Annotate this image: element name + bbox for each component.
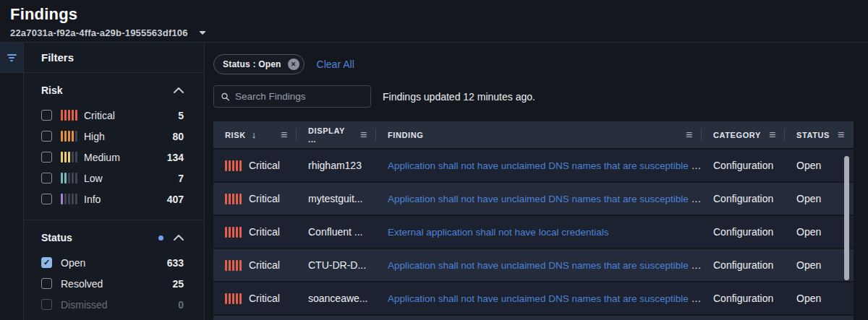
remove-chip-icon[interactable]: ✕: [288, 59, 299, 70]
risk-section: Risk Critical 5 High 80 Medium 134: [24, 73, 204, 220]
finding-link[interactable]: Application shall not have unclaimed DNS…: [388, 259, 702, 271]
risk-meter-icon: [225, 227, 242, 238]
search-box[interactable]: [213, 85, 371, 108]
search-icon: [221, 92, 229, 102]
category-cell: Configuration: [702, 160, 785, 171]
category-cell: Configuration: [702, 193, 785, 204]
updated-status-text: Findings updated 12 minutes ago.: [383, 91, 535, 103]
filter-count: 80: [172, 131, 184, 142]
filter-item-resolved[interactable]: Resolved 25: [41, 273, 184, 294]
checkbox-medium[interactable]: [41, 152, 52, 163]
risk-cell: Critical: [249, 226, 280, 238]
risk-cell: Critical: [249, 160, 280, 171]
table-row[interactable]: Critical CTU-DR-D... Application shall n…: [213, 249, 854, 281]
filters-title: Filters: [24, 43, 204, 73]
checkbox-dismissed: [41, 299, 52, 310]
chevron-up-icon[interactable]: [174, 235, 184, 241]
filter-label: Critical: [84, 110, 178, 121]
risk-meter-icon: [61, 110, 77, 121]
status-cell: Open: [785, 259, 854, 271]
status-cell: Open: [785, 293, 854, 304]
chevron-up-icon[interactable]: [174, 87, 184, 93]
finding-link[interactable]: External application shall not have loca…: [388, 227, 608, 238]
active-filters-row: Status : Open ✕ Clear All: [213, 54, 868, 74]
clear-all-link[interactable]: Clear All: [317, 59, 354, 70]
filter-item-high[interactable]: High 80: [41, 126, 184, 147]
filter-label: Resolved: [61, 278, 172, 290]
filter-label: Medium: [84, 152, 167, 163]
risk-section-label: Risk: [41, 85, 174, 96]
table-row[interactable]: Critical soanceawe... Application shall …: [213, 282, 854, 314]
column-header-category[interactable]: CATEGORY ≡: [702, 121, 785, 148]
filter-label: Low: [84, 173, 178, 184]
category-cell: Configuration: [702, 259, 785, 271]
chip-label: Status : Open: [223, 59, 281, 69]
filter-item-dismissed: Dismissed 0: [41, 294, 184, 315]
checkbox-high[interactable]: [41, 131, 52, 142]
status-cell: Open: [785, 160, 854, 171]
page-title: Findings: [10, 5, 868, 24]
table-row[interactable]: Critical rhigham123 Application shall no…: [213, 150, 854, 181]
display-name-cell: mytestguit...: [297, 193, 376, 204]
chevron-down-icon[interactable]: [199, 31, 206, 35]
status-cell: Open: [785, 226, 854, 238]
risk-meter-icon: [61, 152, 77, 163]
status-section-label: Status: [41, 232, 158, 243]
page-header: Findings 22a7031a-f92a-4ffa-a29b-1955563…: [0, 0, 868, 42]
scan-id: 22a7031a-f92a-4ffa-a29b-1955563df106: [10, 27, 188, 38]
column-menu-icon[interactable]: ≡: [686, 129, 693, 141]
category-cell: Configuration: [702, 226, 785, 238]
display-name-cell: soanceawe...: [297, 293, 376, 304]
table-row[interactable]: Critical Confluent ... External applicat…: [213, 216, 854, 248]
search-input[interactable]: [235, 91, 363, 102]
risk-cell: Critical: [249, 293, 280, 304]
status-section-header[interactable]: Status: [41, 225, 184, 252]
sort-desc-icon[interactable]: ↓: [252, 129, 257, 140]
risk-meter-icon: [61, 173, 77, 183]
risk-section-header[interactable]: Risk: [41, 77, 184, 105]
display-name-cell: rhigham123: [297, 160, 376, 171]
finding-link[interactable]: Application shall not have unclaimed DNS…: [388, 160, 702, 171]
column-header-risk[interactable]: RISK ↓ ≡: [213, 121, 297, 148]
risk-cell: Critical: [249, 259, 280, 271]
display-name-cell: Confluent ...: [297, 226, 376, 238]
column-menu-icon[interactable]: ≡: [281, 129, 288, 141]
status-section: Status Open 633 Resolved 25 Dismissed 0: [24, 220, 204, 320]
column-header-display[interactable]: DISPLAY ... ≡: [297, 121, 376, 148]
filter-item-medium[interactable]: Medium 134: [41, 147, 184, 168]
column-menu-icon[interactable]: ≡: [360, 129, 367, 141]
filter-item-low[interactable]: Low 7: [41, 168, 184, 189]
finding-link[interactable]: Application shall not have unclaimed DNS…: [388, 293, 702, 304]
filter-label: Info: [84, 194, 167, 205]
filter-item-open[interactable]: Open 633: [41, 252, 184, 273]
column-menu-icon[interactable]: ≡: [769, 129, 776, 141]
table-header-row: RISK ↓ ≡ DISPLAY ... ≡ FINDING ≡ CATEGOR…: [213, 121, 854, 148]
risk-meter-icon: [225, 194, 242, 204]
column-menu-icon[interactable]: ≡: [838, 129, 845, 141]
toggle-filters-button[interactable]: [0, 43, 23, 73]
table-row[interactable]: Critical mytestguit... Application shall…: [213, 183, 854, 215]
filter-item-critical[interactable]: Critical 5: [41, 105, 184, 126]
checkbox-low[interactable]: [41, 173, 52, 183]
scan-selector[interactable]: 22a7031a-f92a-4ffa-a29b-1955563df106: [10, 27, 868, 38]
vertical-scrollbar[interactable]: [844, 156, 849, 280]
filter-label: Open: [61, 257, 167, 269]
filters-panel: Filters Risk Critical 5 High 80: [24, 43, 205, 320]
checkbox-info[interactable]: [41, 194, 52, 204]
finding-link[interactable]: Application shall not have unclaimed DNS…: [388, 193, 702, 204]
content: Filters Risk Critical 5 High 80: [0, 42, 868, 320]
status-open-chip[interactable]: Status : Open ✕: [213, 54, 305, 74]
checkbox-resolved[interactable]: [41, 278, 52, 289]
filter-item-info[interactable]: Info 407: [41, 189, 184, 209]
main-area: Status : Open ✕ Clear All Findings updat…: [205, 43, 868, 320]
filter-count: 633: [167, 257, 184, 269]
column-header-status[interactable]: STATUS ≡: [785, 121, 854, 148]
checkbox-open[interactable]: [41, 257, 52, 268]
checkbox-critical[interactable]: [41, 110, 52, 121]
category-cell: Configuration: [702, 293, 785, 304]
filter-icon: [7, 54, 17, 61]
filter-count: 0: [178, 299, 184, 311]
filter-count: 7: [178, 173, 184, 184]
column-header-finding[interactable]: FINDING ≡: [376, 121, 702, 148]
table-row-partial: [213, 316, 854, 320]
